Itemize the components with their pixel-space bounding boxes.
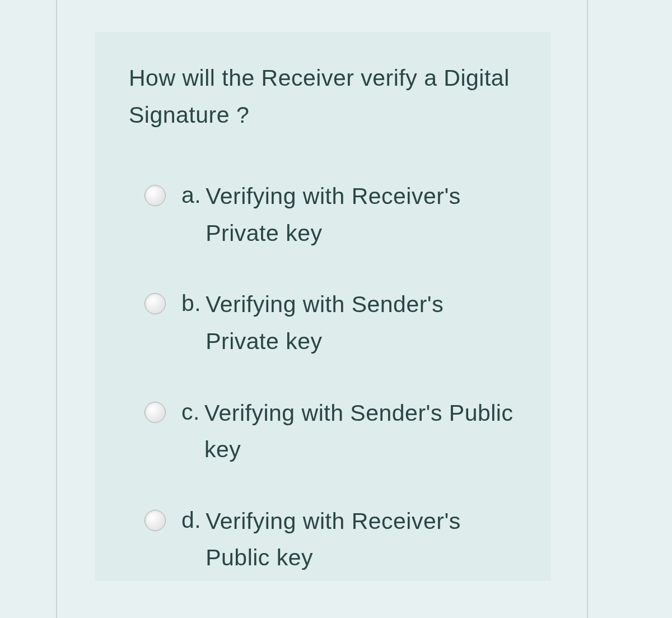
radio-icon[interactable]	[144, 293, 166, 314]
option-label: Verifying with Receiver's Private key	[206, 178, 517, 252]
option-text-container: b. Verifying with Sender's Private key	[181, 286, 517, 360]
option-letter: d.	[181, 503, 201, 538]
question-card: How will the Receiver verify a Digital S…	[95, 32, 551, 581]
radio-icon[interactable]	[144, 185, 166, 206]
option-letter: c.	[181, 395, 200, 430]
option-label: Verifying with Sender's Private key	[206, 286, 517, 360]
option-label: Verifying with Sender's Public key	[204, 395, 517, 468]
option-d[interactable]: d. Verifying with Receiver's Public key	[144, 503, 517, 577]
option-label: Verifying with Receiver's Public key	[206, 503, 517, 577]
option-letter: a.	[181, 178, 201, 213]
option-b[interactable]: b. Verifying with Sender's Private key	[144, 286, 517, 360]
radio-icon[interactable]	[144, 510, 166, 531]
option-c[interactable]: c. Verifying with Sender's Public key	[144, 395, 517, 468]
option-text-container: d. Verifying with Receiver's Public key	[181, 503, 517, 577]
question-text: How will the Receiver verify a Digital S…	[129, 60, 517, 133]
option-text-container: a. Verifying with Receiver's Private key	[181, 178, 517, 252]
options-container: a. Verifying with Receiver's Private key…	[129, 178, 517, 577]
radio-icon[interactable]	[144, 402, 166, 423]
option-text-container: c. Verifying with Sender's Public key	[181, 395, 517, 468]
option-letter: b.	[181, 286, 201, 321]
option-a[interactable]: a. Verifying with Receiver's Private key	[144, 178, 517, 252]
